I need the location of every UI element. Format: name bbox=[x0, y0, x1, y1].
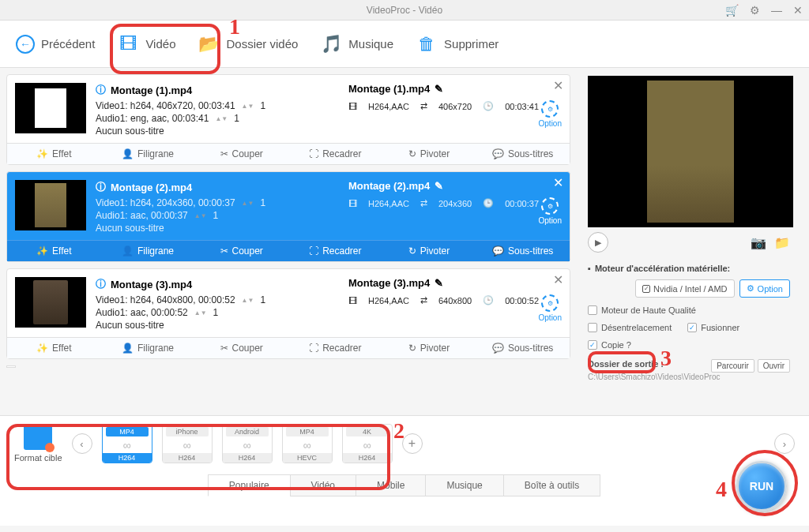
rename-icon[interactable]: ✎ bbox=[435, 180, 443, 192]
track-stepper[interactable]: ▲▼ bbox=[242, 200, 254, 207]
codec-option-button[interactable]: ⚙Option bbox=[539, 100, 562, 128]
hwaccel-label: ▪Moteur d'accélération matérielle: bbox=[588, 264, 790, 273]
track-stepper[interactable]: ▲▼ bbox=[194, 309, 207, 317]
open-button[interactable]: Ouvrir bbox=[758, 359, 790, 373]
cut-button[interactable]: ✂Couper bbox=[194, 338, 288, 358]
codec-option-button[interactable]: ⚙Option bbox=[539, 197, 562, 225]
main-area: ✕ ⓘMontage (1).mp4 Video1: h264, 406x720… bbox=[0, 68, 809, 415]
close-icon[interactable]: ✕ bbox=[793, 4, 803, 17]
watermark-button[interactable]: 👤Filigrane bbox=[101, 241, 195, 261]
music-plus-icon: 🎵 bbox=[320, 33, 342, 55]
video-item[interactable]: ✕ ⓘMontage (3).mp4 Video1: h264, 640x800… bbox=[6, 268, 570, 359]
watermark-button[interactable]: 👤Filigrane bbox=[101, 338, 195, 358]
format-preset[interactable]: iPhone∞H264 bbox=[162, 424, 213, 463]
watermark-button[interactable]: 👤Filigrane bbox=[101, 144, 195, 164]
gear-icon[interactable]: ⚙ bbox=[750, 4, 760, 17]
remove-item-icon[interactable]: ✕ bbox=[553, 272, 563, 287]
copy-checkbox[interactable]: ✓Copie ? bbox=[588, 340, 631, 350]
track-stepper[interactable]: ▲▼ bbox=[242, 297, 254, 304]
preview-area bbox=[588, 76, 793, 227]
format-preset[interactable]: MP4∞H264 bbox=[102, 424, 152, 463]
rotate-icon: ↻ bbox=[408, 148, 416, 159]
bottom-panel: Format cible ‹ MP4∞H264 iPhone∞H264 Andr… bbox=[0, 415, 809, 526]
format-target-label: Format cible bbox=[14, 425, 62, 463]
video-plus-icon: 🎞 bbox=[117, 33, 139, 55]
subtitle-icon: 💬 bbox=[492, 245, 504, 257]
thumbnail bbox=[15, 277, 86, 328]
video-item[interactable]: ✕ ⓘMontage (1).mp4 Video1: h264, 406x720… bbox=[6, 74, 570, 165]
subtitle-icon: 💬 bbox=[492, 343, 504, 354]
subtitle-icon: 💬 bbox=[492, 148, 504, 159]
tab-video[interactable]: Vidéo bbox=[290, 474, 356, 496]
add-format-button[interactable]: + bbox=[402, 433, 423, 454]
trash-icon: 🗑 bbox=[416, 33, 438, 55]
add-music-button[interactable]: 🎵 Musique bbox=[320, 33, 393, 55]
tab-popular[interactable]: Populaire bbox=[208, 474, 291, 496]
info-icon: ⓘ bbox=[96, 83, 106, 97]
track-stepper[interactable]: ▲▼ bbox=[242, 103, 254, 110]
film-icon: 🎞 bbox=[348, 296, 357, 305]
cut-button[interactable]: ✂Couper bbox=[194, 144, 288, 164]
format-target-icon bbox=[24, 425, 52, 450]
tab-mobile[interactable]: Mobile bbox=[356, 474, 426, 496]
format-preset[interactable]: Android∞H264 bbox=[222, 424, 273, 463]
person-icon: 👤 bbox=[122, 148, 134, 159]
deinterlace-checkbox[interactable]: Désentrelacement bbox=[588, 323, 672, 332]
rotate-button[interactable]: ↻Pivoter bbox=[382, 241, 476, 261]
cart-icon[interactable]: 🛒 bbox=[725, 4, 739, 17]
tab-toolbox[interactable]: Boîte à outils bbox=[503, 474, 600, 496]
track-stepper[interactable]: ▲▼ bbox=[215, 115, 228, 122]
browse-button[interactable]: Parcourir bbox=[711, 359, 754, 373]
format-preset[interactable]: 4K∞H264 bbox=[342, 424, 393, 463]
subtitle-button[interactable]: 💬Sous-titres bbox=[476, 241, 570, 261]
format-next-button[interactable]: › bbox=[774, 433, 795, 454]
back-button[interactable]: ← Précédent bbox=[16, 35, 95, 54]
effect-button[interactable]: ✨Effet bbox=[7, 144, 101, 164]
rotate-button[interactable]: ↻Pivoter bbox=[382, 338, 476, 358]
run-button[interactable]: RUN bbox=[736, 461, 787, 511]
remove-item-icon[interactable]: ✕ bbox=[553, 78, 563, 93]
rename-icon[interactable]: ✎ bbox=[435, 83, 443, 95]
remove-item-icon[interactable]: ✕ bbox=[553, 175, 563, 190]
codec-option-button[interactable]: ⚙Option bbox=[539, 294, 562, 322]
item-toolbar: ✨Effet 👤Filigrane ✂Couper ⛶Recadrer ↻Piv… bbox=[7, 143, 570, 164]
list-item-stub bbox=[6, 365, 16, 368]
format-preset[interactable]: MP4∞HEVC bbox=[282, 424, 333, 463]
rename-icon[interactable]: ✎ bbox=[435, 277, 443, 289]
track-stepper[interactable]: ▲▼ bbox=[194, 212, 207, 219]
add-folder-button[interactable]: 📂 Dossier vidéo bbox=[198, 33, 298, 55]
rotate-button[interactable]: ↻Pivoter bbox=[382, 144, 476, 164]
subtitle-button[interactable]: 💬Sous-titres bbox=[476, 338, 570, 358]
delete-button[interactable]: 🗑 Supprimer bbox=[416, 33, 499, 55]
rotate-icon: ↻ bbox=[408, 343, 416, 354]
crop-button[interactable]: ⛶Recadrer bbox=[288, 144, 382, 164]
crop-button[interactable]: ⛶Recadrer bbox=[288, 241, 382, 261]
effect-button[interactable]: ✨Effet bbox=[7, 241, 101, 261]
thumbnail bbox=[15, 180, 86, 230]
link-icon: ∞ bbox=[223, 439, 272, 451]
format-prev-button[interactable]: ‹ bbox=[72, 433, 92, 454]
arrow-left-icon: ← bbox=[16, 35, 35, 54]
person-icon: 👤 bbox=[122, 245, 134, 257]
crop-button[interactable]: ⛶Recadrer bbox=[288, 338, 382, 358]
add-video-button[interactable]: 🎞 Vidéo bbox=[117, 33, 175, 55]
snapshot-icon[interactable]: 📷 bbox=[751, 235, 766, 250]
info-icon: ⓘ bbox=[96, 277, 106, 291]
tab-music[interactable]: Musique bbox=[425, 474, 503, 496]
info-icon: ⓘ bbox=[96, 180, 106, 194]
hq-checkbox[interactable]: Moteur de Haute Qualité bbox=[588, 305, 696, 315]
open-folder-icon[interactable]: 📁 bbox=[774, 235, 790, 250]
subtitle-button[interactable]: 💬Sous-titres bbox=[476, 144, 570, 164]
scissors-icon: ✂ bbox=[220, 245, 228, 257]
merge-checkbox[interactable]: ✓Fusionner bbox=[687, 323, 739, 332]
effect-button[interactable]: ✨Effet bbox=[7, 338, 101, 358]
main-toolbar: ← Précédent 🎞 Vidéo 📂 Dossier vidéo 🎵 Mu… bbox=[0, 21, 809, 68]
cut-button[interactable]: ✂Couper bbox=[194, 241, 288, 261]
scissors-icon: ✂ bbox=[220, 343, 228, 354]
gpu-toggle[interactable]: ✓Nvidia / Intel / AMD bbox=[635, 279, 735, 298]
video-item[interactable]: ✕ ⓘMontage (2).mp4 Video1: h264, 204x360… bbox=[6, 171, 570, 262]
minimize-icon[interactable]: — bbox=[771, 4, 782, 17]
hwaccel-option-button[interactable]: ⚙Option bbox=[739, 279, 790, 298]
item-toolbar: ✨Effet 👤Filigrane ✂Couper ⛶Recadrer ↻Piv… bbox=[7, 337, 570, 358]
play-button[interactable]: ▶ bbox=[588, 232, 608, 253]
